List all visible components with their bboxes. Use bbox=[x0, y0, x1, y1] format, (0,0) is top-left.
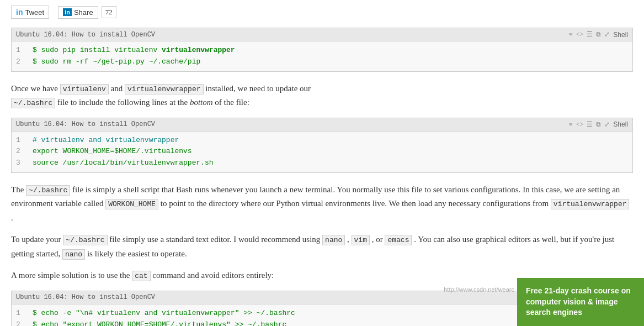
code-lang-2: Shell bbox=[613, 120, 628, 128]
line-num: 2 bbox=[16, 56, 27, 68]
code-body-1: 1 $ sudo pip install virtualenv virtuale… bbox=[12, 41, 632, 71]
p1-text3: installed, we need to update our bbox=[205, 84, 311, 93]
line-num: 1 bbox=[16, 135, 27, 146]
line-num: 3 bbox=[16, 157, 27, 169]
code-title-2: Ubuntu 16.04: How to install OpenCV bbox=[16, 120, 155, 128]
code-line: 2 $ sudo rm -rf ~/get-pip.py ~/.cache/pi… bbox=[16, 56, 628, 68]
p1-code1: virtualenv bbox=[60, 84, 109, 94]
code-line: 1 # virtualenv and virtualenvwrapper bbox=[16, 135, 628, 146]
code-header-1: Ubuntu 16.04: How to install OpenCV ≡ <>… bbox=[12, 28, 632, 41]
code-lang-1: Shell bbox=[613, 31, 628, 39]
line-num: 2 bbox=[16, 146, 27, 157]
p2-code1: ~/.bashrc bbox=[26, 185, 70, 196]
line-num: 2 bbox=[16, 319, 27, 326]
paragraph-3: To update your ~/.bashrc file simply use… bbox=[11, 233, 633, 261]
p3-code1: ~/.bashrc bbox=[63, 235, 107, 245]
linkedin-share: in Share 72 bbox=[58, 6, 116, 19]
code-title-3: Ubuntu 16.04: How to install OpenCV bbox=[16, 293, 155, 301]
menu-icon-2[interactable]: ≡ bbox=[569, 120, 573, 129]
expand-icon-1[interactable]: ⤢ bbox=[604, 30, 610, 39]
p1-code3: ~/.bashrc bbox=[11, 98, 55, 108]
p1-code2: virtualenvwrapper bbox=[125, 84, 204, 94]
watermark: http://www.csdn.net/wearc bbox=[444, 286, 514, 293]
linkedin-icon: in bbox=[63, 8, 72, 16]
code-line: 2 export WORKON_HOME=$HOME/.virtualenvs bbox=[16, 146, 628, 157]
copy-icon-2[interactable]: ⧉ bbox=[596, 120, 601, 129]
line-content: $ sudo pip install virtualenv virtualenv… bbox=[33, 45, 628, 56]
code-line: 1 $ sudo pip install virtualenv virtuale… bbox=[16, 45, 628, 56]
p4-code: cat bbox=[132, 271, 150, 281]
angle-icon-1[interactable]: <> bbox=[576, 30, 584, 39]
top-bar: in Tweet in Share 72 bbox=[11, 6, 633, 19]
line-content: # virtualenv and virtualenvwrapper bbox=[33, 135, 628, 146]
list-icon-2[interactable]: ☰ bbox=[587, 120, 593, 129]
code-actions-1: ≡ <> ☰ ⧉ ⤢ Shell bbox=[569, 30, 628, 39]
p1-text4: file to include the following lines at t… bbox=[57, 98, 249, 107]
line-content: source /usr/local/bin/virtualenvwrapper.… bbox=[33, 157, 628, 169]
tweet-button[interactable]: in Tweet bbox=[11, 6, 49, 19]
p2-code2: WORKON_HOME bbox=[105, 199, 158, 209]
list-icon-1[interactable]: ☰ bbox=[587, 30, 593, 39]
p3-code3: vim bbox=[352, 235, 370, 245]
p3-code4: emacs bbox=[385, 235, 412, 245]
tweet-label: Tweet bbox=[25, 8, 44, 17]
line-content: $ sudo rm -rf ~/get-pip.py ~/.cache/pip bbox=[33, 56, 628, 68]
menu-icon-1[interactable]: ≡ bbox=[569, 30, 573, 39]
code-actions-2: ≡ <> ☰ ⧉ ⤢ Shell bbox=[569, 120, 628, 129]
code-header-2: Ubuntu 16.04: How to install OpenCV ≡ <>… bbox=[12, 118, 632, 132]
expand-icon-2[interactable]: ⤢ bbox=[604, 120, 610, 129]
twitter-icon: in bbox=[16, 8, 23, 17]
code-block-2: Ubuntu 16.04: How to install OpenCV ≡ <>… bbox=[11, 118, 633, 173]
code-line: 3 source /usr/local/bin/virtualenvwrappe… bbox=[16, 157, 628, 169]
p3-code2: nano bbox=[322, 235, 345, 245]
linkedin-button[interactable]: in Share bbox=[58, 6, 98, 19]
angle-icon-2[interactable]: <> bbox=[576, 120, 584, 129]
paragraph-1: Once we have virtualenv and virtualenvwr… bbox=[11, 82, 633, 110]
share-label: Share bbox=[74, 8, 93, 17]
promo-text: Free 21-day crash course on computer vis… bbox=[526, 286, 631, 317]
code-title-1: Ubuntu 16.04: How to install OpenCV bbox=[16, 31, 155, 39]
copy-icon-1[interactable]: ⧉ bbox=[596, 30, 601, 39]
line-num: 1 bbox=[16, 308, 27, 319]
promo-box: Free 21-day crash course on computer vis… bbox=[517, 278, 644, 326]
code-block-1: Ubuntu 16.04: How to install OpenCV ≡ <>… bbox=[11, 28, 633, 72]
code-body-2: 1 # virtualenv and virtualenvwrapper 2 e… bbox=[12, 132, 632, 172]
p3-code5: nano bbox=[62, 249, 85, 260]
share-count: 72 bbox=[102, 6, 116, 18]
line-num: 1 bbox=[16, 45, 27, 56]
line-content: export WORKON_HOME=$HOME/.virtualenvs bbox=[33, 146, 628, 157]
p1-text2: and bbox=[110, 84, 124, 93]
paragraph-2: The ~/.bashrc file is simply a shell scr… bbox=[11, 183, 633, 225]
p1-text: Once we have bbox=[11, 84, 60, 93]
p2-code3: virtualenvwrapper bbox=[551, 199, 630, 209]
